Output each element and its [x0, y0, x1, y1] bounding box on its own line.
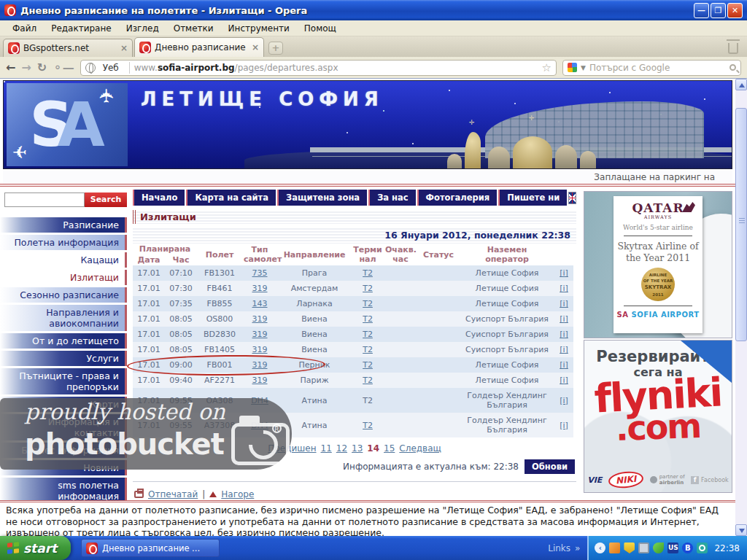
skytrax-badge: AIRLINE OF THE YEAR SKYTRAX 2011 — [641, 268, 675, 301]
pagination-page-link[interactable]: 15 — [384, 443, 395, 454]
aircraft-type-link[interactable]: 319 — [252, 376, 268, 385]
nav-item[interactable]: Фотогалерия — [417, 190, 499, 206]
close-button[interactable]: ✕ — [727, 3, 743, 18]
tab-bgspotters[interactable]: BGspotters.net × — [3, 39, 133, 57]
pagination-next[interactable]: Следващ — [399, 443, 441, 454]
taskbar-task-opera[interactable]: Дневно разписание ... — [81, 539, 220, 557]
sidebar-search-input[interactable] — [4, 192, 85, 207]
terminal-link[interactable]: Т2 — [363, 421, 373, 430]
flight-info-link[interactable]: [i] — [560, 330, 568, 339]
links-toolbar-label[interactable]: Links» — [548, 543, 580, 553]
minimize-button[interactable]: — — [694, 3, 709, 18]
flight-info-link[interactable]: [i] — [560, 314, 568, 324]
tray-security-shield-icon[interactable] — [624, 542, 635, 553]
url-field[interactable]: Уеб www.sofia-airport.bg/pages/departure… — [80, 60, 557, 76]
back-to-top-link[interactable]: Нагоре — [221, 489, 254, 499]
trash-icon[interactable] — [728, 43, 738, 54]
tab-label: BGspotters.net — [23, 43, 117, 53]
aircraft-type-link[interactable]: 319 — [252, 345, 268, 354]
flight-info-link[interactable]: [i] — [560, 360, 568, 370]
forward-icon[interactable]: → — [21, 61, 31, 74]
search-field[interactable]: ▼ Потърси с Google — [562, 60, 741, 76]
bookmark-star-icon[interactable]: ☆ — [542, 61, 551, 74]
cell-aircraft: 319 — [242, 342, 277, 357]
disclaimer-text: Всяка употреба на данни от полетното раз… — [0, 500, 735, 536]
tray-collapse-icon[interactable]: ‹ — [595, 542, 605, 553]
sidebar-item[interactable]: Сезонно разписание — [0, 287, 127, 303]
menu-item[interactable]: Инструменти — [222, 22, 296, 35]
pagination-page-link[interactable]: 13 — [352, 443, 363, 454]
terminal-link[interactable]: Т2 — [363, 360, 373, 370]
menu-item[interactable]: Отметки — [167, 22, 220, 35]
flight-info-link[interactable]: [i] — [560, 299, 568, 308]
flight-info-link[interactable]: [i] — [560, 376, 568, 385]
terminal-link[interactable]: Т2 — [363, 330, 373, 339]
sidebar-item[interactable]: Пътниците - права и препоръки — [0, 368, 127, 394]
nav-item[interactable]: За нас — [368, 190, 417, 206]
sidebar-item[interactable]: Кацащи — [0, 252, 127, 268]
sidebar-item[interactable]: Разписание — [0, 217, 127, 233]
tray-usb-icon[interactable] — [653, 542, 664, 553]
aircraft-type-link[interactable]: 319 — [252, 330, 268, 339]
terminal-link[interactable]: Т2 — [363, 314, 373, 324]
menu-item[interactable]: Файл — [6, 22, 43, 35]
flight-info-link[interactable]: [i] — [560, 396, 568, 405]
flyniki-ad[interactable]: Резервирайте сега на flyniki .com VIE NI… — [584, 340, 732, 493]
refresh-button[interactable]: Обнови — [525, 459, 575, 474]
nav-item[interactable]: Начало — [133, 190, 186, 206]
opera-icon — [86, 542, 98, 554]
print-link[interactable]: Отпечатай — [148, 489, 198, 499]
sidebar-item[interactable]: Полетна информация — [0, 235, 127, 250]
uk-flag-icon[interactable] — [568, 192, 576, 204]
pagination-page-link[interactable]: 12 — [336, 443, 347, 454]
new-tab-button[interactable]: + — [268, 42, 283, 55]
flight-info-link[interactable]: [i] — [560, 284, 568, 293]
link-key-icon[interactable]: ⚬— — [53, 61, 74, 74]
reload-icon[interactable]: ↻ — [37, 61, 47, 74]
terminal-link[interactable]: Т2 — [363, 345, 373, 354]
aircraft-type-link[interactable]: 319 — [252, 284, 268, 293]
search-engine-dropdown-icon[interactable]: ▼ — [581, 64, 586, 71]
nav-item[interactable]: Пишете ни — [498, 190, 568, 206]
scroll-up-icon[interactable] — [735, 79, 747, 90]
aircraft-type-link[interactable]: 143 — [252, 299, 268, 308]
aircraft-type-link[interactable]: 319 — [252, 360, 268, 370]
page-scrollbar[interactable] — [735, 79, 747, 536]
tray-network-icon[interactable] — [638, 542, 649, 553]
aircraft-type-link[interactable]: 319 — [252, 314, 268, 324]
tray-bluetooth-icon[interactable]: B — [682, 542, 693, 553]
pagination-page-link[interactable]: 11 — [321, 443, 332, 454]
magnifier-icon[interactable] — [729, 64, 736, 71]
sidebar-search-button[interactable]: Search — [85, 192, 127, 207]
restore-button[interactable]: ❐ — [711, 3, 726, 18]
tray-app-icon[interactable] — [697, 542, 708, 553]
flight-info-link[interactable]: [i] — [560, 268, 568, 278]
sidebar-item[interactable]: Услуги — [0, 351, 127, 366]
back-icon[interactable]: ← — [6, 61, 15, 74]
terminal-link[interactable]: Т2 — [363, 284, 373, 293]
qatar-airways-ad[interactable]: QATAR AIRWAYS World's 5-star airline Sky… — [584, 191, 732, 338]
menu-item[interactable]: Изглед — [120, 22, 166, 35]
terminal-link[interactable]: Т2 — [363, 299, 373, 308]
nav-item[interactable]: Карта на сайта — [186, 190, 277, 206]
sidebar-item[interactable]: Излитащи — [0, 270, 127, 285]
tray-keyboard-layout[interactable]: US — [667, 542, 678, 553]
terminal-link[interactable]: Т2 — [363, 376, 373, 385]
terminal-link[interactable]: Т2 — [363, 268, 373, 278]
flight-info-link[interactable]: [i] — [560, 345, 568, 354]
flight-info-link[interactable]: [i] — [560, 421, 568, 430]
tray-vnc-icon[interactable] — [609, 542, 620, 553]
start-button[interactable]: start — [0, 536, 71, 560]
menu-item[interactable]: Помощ — [298, 22, 343, 35]
scroll-down-icon[interactable] — [735, 524, 747, 536]
sidebar-item[interactable]: Направления и авиокомпании — [0, 305, 127, 331]
nav-item[interactable]: Защитена зона — [277, 190, 368, 206]
scrollbar-thumb[interactable] — [735, 108, 747, 341]
cell-destination: Виена — [277, 342, 352, 357]
menu-item[interactable]: Редактиране — [44, 22, 118, 35]
tab-close-icon[interactable]: × — [252, 42, 259, 52]
tab-departures[interactable]: Дневно разписание на ... × — [134, 37, 264, 57]
tab-close-icon[interactable]: × — [120, 43, 128, 53]
aircraft-type-link[interactable]: 735 — [252, 268, 268, 278]
sidebar-item[interactable]: От и до летището — [0, 333, 127, 349]
